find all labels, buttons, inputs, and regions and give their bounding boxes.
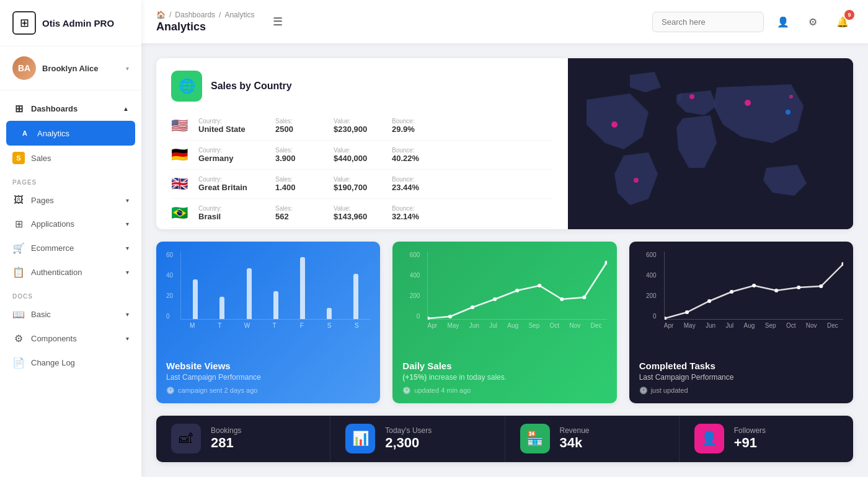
website-views-meta: 🕐 campaign sent 2 days ago	[166, 387, 370, 395]
main-content: 🏠 / Dashboards / Analytics Analytics ☰ 👤…	[141, 0, 868, 477]
bounce-value: 29.9%	[392, 125, 441, 134]
analytics-letter: A	[19, 127, 31, 139]
sidebar-item-ecommerce[interactable]: 🛒 Ecommerce ▾	[0, 236, 141, 260]
sales-label: Sales:	[275, 118, 325, 125]
sales-label: Sales:	[275, 205, 325, 212]
docs-section-label: DOCS	[0, 284, 141, 302]
stat-revenue: 🏪 Revenue 34k	[505, 416, 680, 462]
basic-icon: 📖	[12, 309, 25, 320]
svg-point-12	[538, 284, 541, 287]
bar	[327, 308, 332, 319]
chevron-icon: ▾	[126, 335, 129, 342]
sidebar-item-basic[interactable]: 📖 Basic ▾	[0, 302, 141, 326]
sidebar-item-authentication[interactable]: 📋 Authentication ▾	[0, 260, 141, 284]
daily-sales-chart	[428, 252, 606, 320]
country-name: Great Britain	[198, 183, 267, 192]
sidebar-user[interactable]: BA Brooklyn Alice ▾	[0, 46, 141, 90]
stat-bookings: 🛋 Bookings 281	[156, 416, 330, 462]
bar	[193, 279, 198, 319]
bookings-value: 281	[211, 435, 241, 451]
sidebar-item-label: Change Log	[31, 358, 75, 367]
chart-bar-icon: 📊	[352, 431, 369, 447]
country-label: Country:	[198, 205, 267, 212]
person-icon: 👤	[701, 431, 717, 447]
changelog-icon: 📄	[12, 357, 25, 369]
sidebar-item-label: Dashboards	[31, 104, 78, 113]
value-value: $440,000	[334, 154, 383, 163]
country-name: Brasil	[198, 212, 267, 221]
header: 🏠 / Dashboards / Analytics Analytics ☰ 👤…	[141, 0, 868, 43]
logo-text: Otis Admin PRO	[42, 18, 114, 28]
sales-label: Sales:	[275, 176, 325, 183]
value-label: Value:	[334, 176, 383, 183]
country-row: 🇧🇷 Country: Brasil Sales: 562 Value: $14…	[171, 199, 553, 228]
value-label: Value:	[334, 205, 383, 212]
stats-row: 🛋 Bookings 281 📊 Today's Users 2,300 �	[156, 416, 853, 462]
bounce-value: 40.22%	[392, 154, 441, 163]
sidebar-item-components[interactable]: ⚙ Components ▾	[0, 326, 141, 351]
sidebar-item-sales[interactable]: S Sales	[0, 146, 141, 170]
value-label: Value:	[334, 118, 383, 125]
completed-tasks-title: Completed Tasks	[639, 361, 843, 371]
svg-point-13	[560, 297, 564, 301]
svg-point-7	[428, 317, 430, 320]
country-label: Country:	[198, 176, 267, 183]
content-area: 🌐 Sales by Country 🇺🇸 Country: United St…	[141, 43, 868, 477]
sidebar-item-pages[interactable]: 🖼 Pages ▾	[0, 188, 141, 212]
bar-label: S	[316, 322, 343, 329]
bar	[247, 268, 252, 319]
svg-point-2	[634, 178, 639, 183]
user-name: Brooklyn Alice	[42, 64, 99, 73]
sales-globe-icon: 🌐	[171, 71, 202, 102]
home-icon: 🏠	[156, 11, 166, 19]
country-flag: 🇧🇷	[171, 205, 190, 221]
website-views-title: Website Views	[166, 361, 370, 371]
chevron-icon: ▲	[123, 105, 129, 112]
followers-label: Followers	[734, 426, 766, 435]
page-title: Analytics	[156, 20, 254, 33]
country-row: 🇩🇪 Country: Germany Sales: 3.900 Value: …	[171, 141, 553, 170]
notifications-button[interactable]: 🔔 9	[832, 11, 853, 32]
applications-icon: ⊞	[12, 218, 25, 230]
sidebar-logo: ⊞ Otis Admin PRO	[0, 0, 141, 46]
sidebar-item-dashboards[interactable]: ⊞ Dashboards ▲	[0, 97, 141, 121]
settings-button[interactable]: ⚙	[802, 11, 823, 32]
website-views-subtitle: Last Campaign Performance	[166, 373, 370, 382]
svg-point-4	[745, 100, 751, 106]
bar-label: T	[261, 322, 288, 329]
revenue-label: Revenue	[560, 426, 590, 435]
search-input[interactable]	[652, 12, 764, 32]
hamburger-icon[interactable]: ☰	[267, 15, 289, 28]
svg-point-21	[774, 289, 778, 292]
svg-point-23	[819, 284, 823, 288]
completed-tasks-card: 6004002000	[629, 242, 853, 403]
sidebar-item-label: Sales	[31, 154, 51, 163]
daily-sales-subtitle: (+15%) increase in today sales.	[402, 373, 606, 382]
sidebar-item-analytics[interactable]: A Analytics	[6, 121, 135, 146]
user-profile-button[interactable]: 👤	[773, 11, 794, 32]
stat-today-users: 📊 Today's Users 2,300	[330, 416, 505, 462]
sales-value: 2500	[275, 125, 325, 134]
logo-icon: ⊞	[12, 11, 36, 35]
pages-section-label: PAGES	[0, 170, 141, 188]
bounce-label: Bounce:	[392, 118, 441, 125]
chevron-icon: ▾	[126, 311, 129, 318]
sales-table: 🌐 Sales by Country 🇺🇸 Country: United St…	[156, 58, 568, 229]
country-name: United State	[198, 125, 267, 134]
value-value: $190,700	[334, 183, 383, 192]
header-right: 👤 ⚙ 🔔 9	[652, 11, 853, 32]
bounce-value: 32.14%	[392, 212, 441, 221]
bounce-label: Bounce:	[392, 205, 441, 212]
sales-value: 562	[275, 212, 325, 221]
completed-tasks-subtitle: Last Campaign Performance	[639, 373, 843, 382]
components-icon: ⚙	[12, 333, 25, 344]
sidebar-item-changelog[interactable]: 📄 Change Log	[0, 351, 141, 375]
country-name: Germany	[198, 154, 267, 163]
bounce-value: 23.44%	[392, 183, 441, 192]
dashboard-icon: ⊞	[12, 103, 25, 115]
svg-point-6	[789, 95, 793, 98]
completed-tasks-meta: 🕐 just updated	[639, 387, 843, 395]
sidebar-item-applications[interactable]: ⊞ Applications ▾	[0, 212, 141, 236]
svg-point-9	[471, 305, 474, 309]
revenue-icon-box: 🏪	[520, 424, 550, 453]
